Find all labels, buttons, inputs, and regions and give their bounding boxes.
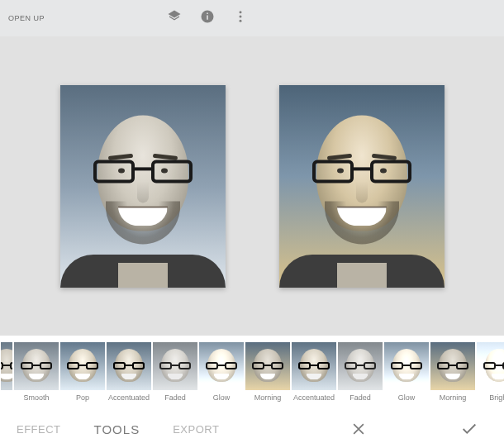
- svg-rect-2: [207, 13, 208, 15]
- filter-label: Glow: [384, 393, 429, 402]
- filter-thumb-morning[interactable]: Morning: [430, 342, 475, 402]
- filter-thumb-partial[interactable]: [1, 342, 12, 393]
- filter-thumb-smooth[interactable]: Smooth: [14, 342, 59, 402]
- filter-thumb-accentuated[interactable]: Accentuated: [292, 342, 336, 402]
- filter-thumb-accentuated[interactable]: Accentuated: [107, 342, 151, 402]
- filter-strip[interactable]: SmoothPopAccentuatedFadedGlowMorningAcce…: [0, 336, 504, 410]
- filter-label: Morning: [245, 393, 290, 402]
- svg-point-5: [240, 20, 242, 22]
- filter-label: Pop: [60, 393, 105, 402]
- info-icon[interactable]: [200, 9, 215, 27]
- filter-label: Glow: [199, 393, 244, 402]
- filter-thumb-faded[interactable]: Faded: [338, 342, 383, 402]
- more-icon[interactable]: [233, 9, 248, 27]
- filter-thumb-pop[interactable]: Pop: [60, 342, 105, 402]
- filter-thumb-glow[interactable]: Glow: [384, 342, 429, 402]
- tab-tools[interactable]: TOOLS: [94, 422, 140, 436]
- layers-icon[interactable]: [167, 9, 182, 27]
- filter-label: Accentuated: [107, 393, 151, 402]
- filter-label: Faded: [338, 393, 383, 402]
- svg-rect-1: [207, 16, 208, 20]
- tab-export[interactable]: EXPORT: [173, 423, 219, 436]
- filter-thumb-morning[interactable]: Morning: [245, 342, 290, 402]
- filter-label: Smooth: [14, 393, 59, 402]
- cancel-button[interactable]: [340, 411, 377, 447]
- filter-thumb-bright[interactable]: Bright: [477, 342, 504, 402]
- tab-effect[interactable]: EFFECT: [17, 423, 61, 436]
- topbar: OPEN UP: [0, 0, 504, 36]
- preview-area: [0, 36, 504, 336]
- filter-label: Morning: [430, 393, 475, 402]
- filter-thumb-glow[interactable]: Glow: [199, 342, 244, 402]
- confirm-button[interactable]: [451, 411, 487, 447]
- preview-filtered[interactable]: [279, 85, 445, 288]
- svg-point-3: [240, 11, 242, 13]
- app-title[interactable]: OPEN UP: [8, 14, 45, 22]
- filter-label: Faded: [153, 393, 197, 402]
- filter-label: Bright: [477, 393, 504, 402]
- filter-thumb-faded[interactable]: Faded: [153, 342, 197, 402]
- svg-point-4: [240, 16, 242, 18]
- bottombar: EFFECT TOOLS EXPORT: [0, 410, 504, 448]
- filter-label: Accentuated: [292, 393, 336, 402]
- preview-original[interactable]: [60, 85, 226, 288]
